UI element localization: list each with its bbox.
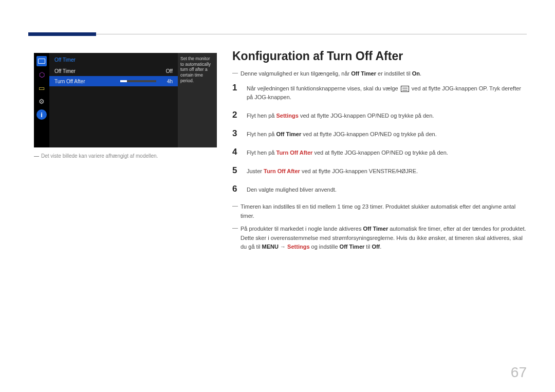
highlight-text: Settings	[287, 244, 309, 250]
step-number: 5	[232, 165, 239, 176]
page-number: 67	[511, 364, 527, 381]
resize-icon: ▭	[36, 83, 47, 93]
body-text: ved at flytte JOG-knappen OP/NED og tryk…	[312, 150, 448, 156]
header-rule	[28, 34, 527, 34]
body-text: ved at flytte JOG-knappen OP/NED og tryk…	[301, 131, 437, 137]
intro-note-text: er indstillet til	[376, 70, 412, 77]
body-text: til	[364, 244, 372, 250]
bold-text: Off Timer	[340, 244, 365, 250]
step: 2Flyt hen på Settings ved at flytte JOG-…	[232, 110, 527, 120]
info-icon: i	[36, 109, 47, 120]
intro-note-text: .	[420, 70, 421, 77]
step-number: 1	[232, 83, 239, 102]
body-text: ved at flytte JOG-knappen OP/NED og tryk…	[299, 113, 434, 119]
body-text: .	[380, 244, 381, 250]
bold-text: MENU	[262, 244, 279, 250]
step-body: Den valgte mulighed bliver anvendt.	[247, 184, 337, 194]
body-text: Flyt hen på	[247, 150, 276, 156]
osd-row-value: 4h	[161, 79, 173, 84]
step: 1Når vejledningen til funktionsknapperne…	[232, 83, 527, 102]
step: 3Flyt hen på Off Timer ved at flytte JOG…	[232, 128, 527, 139]
body-text: Den valgte mulighed bliver anvendt.	[247, 186, 337, 193]
intro-note-text: Denne valgmulighed er kun tilgængelig, n…	[240, 70, 351, 77]
body-text: Flyt hen på	[247, 113, 276, 119]
osd-menu-row: Turn Off After4h	[49, 76, 178, 86]
intro-note-bold: Off Timer	[351, 70, 376, 77]
step-body: Flyt hen på Off Timer ved at flytte JOG-…	[247, 128, 437, 139]
bold-text: Off Timer	[363, 226, 388, 232]
osd-slider	[120, 80, 156, 82]
osd-menu-title: Off Timer	[49, 57, 178, 66]
content-column: Konfiguration af Turn Off After Denne va…	[232, 49, 527, 256]
highlight-text: Turn Off After	[264, 168, 300, 174]
body-text: Når vejledningen til funktionsknapperne …	[247, 85, 400, 91]
picture-icon	[36, 56, 47, 66]
step-body: Flyt hen på Settings ved at flytte JOG-k…	[247, 110, 434, 120]
step-number: 4	[232, 147, 239, 157]
body-text: ved at flytte JOG-knappen VENSTRE/HØJRE.	[300, 168, 418, 174]
bold-text: Off	[372, 244, 380, 250]
osd-menu-row: Off TimerOff	[49, 66, 178, 76]
step-body: Når vejledningen til funktionsknapperne …	[247, 83, 527, 102]
body-text: og indstille	[310, 244, 340, 250]
step: 6Den valgte mulighed bliver anvendt.	[232, 184, 527, 194]
osd-icon-strip: ⬡ ▭ ⚙ i	[34, 53, 49, 147]
footnote: Timeren kan indstilles til en tid mellem…	[232, 202, 527, 220]
body-text: Timeren kan indstilles til en tid mellem…	[240, 203, 515, 219]
body-text: Juster	[247, 168, 264, 174]
step-body: Flyt hen på Turn Off After ved at flytte…	[247, 147, 448, 157]
body-text: Flyt hen på	[247, 131, 276, 137]
osd-menu: Off Timer Off TimerOffTurn Off After4h	[49, 53, 178, 147]
section-heading: Konfiguration af Turn Off After	[232, 49, 527, 63]
highlight-text: Turn Off After	[276, 150, 312, 156]
footnote: På produkter til markedet i nogle lande …	[232, 225, 527, 252]
osd-row-label: Off Timer	[54, 68, 76, 74]
settings-icon: ⚙	[36, 96, 47, 106]
step-number: 6	[232, 184, 239, 194]
step-body: Juster Turn Off After ved at flytte JOG-…	[247, 165, 418, 176]
image-caption: Det viste billede kan variere afhængigt …	[34, 153, 217, 160]
color-icon: ⬡	[36, 69, 47, 80]
osd-row-label: Turn Off After	[54, 79, 85, 84]
osd-preview: ⬡ ▭ ⚙ i Off Timer Off TimerOffTurn Off A…	[34, 53, 217, 147]
step-number: 3	[232, 128, 239, 139]
intro-note: Denne valgmulighed er kun tilgængelig, n…	[232, 69, 527, 79]
osd-help-text: Set the monitor to automatically turn of…	[178, 53, 217, 147]
menu-icon	[401, 86, 409, 92]
highlight-text: Settings	[276, 113, 298, 119]
bold-text: Off Timer	[276, 131, 301, 137]
step: 4Flyt hen på Turn Off After ved at flytt…	[232, 147, 527, 157]
screenshot-column: ⬡ ▭ ⚙ i Off Timer Off TimerOffTurn Off A…	[34, 53, 217, 160]
intro-note-bold: On	[412, 70, 420, 77]
step: 5Juster Turn Off After ved at flytte JOG…	[232, 165, 527, 176]
step-number: 2	[232, 110, 239, 120]
body-text: →	[279, 244, 287, 250]
osd-row-value: Off	[161, 68, 173, 74]
body-text: På produkter til markedet i nogle lande …	[240, 226, 363, 232]
